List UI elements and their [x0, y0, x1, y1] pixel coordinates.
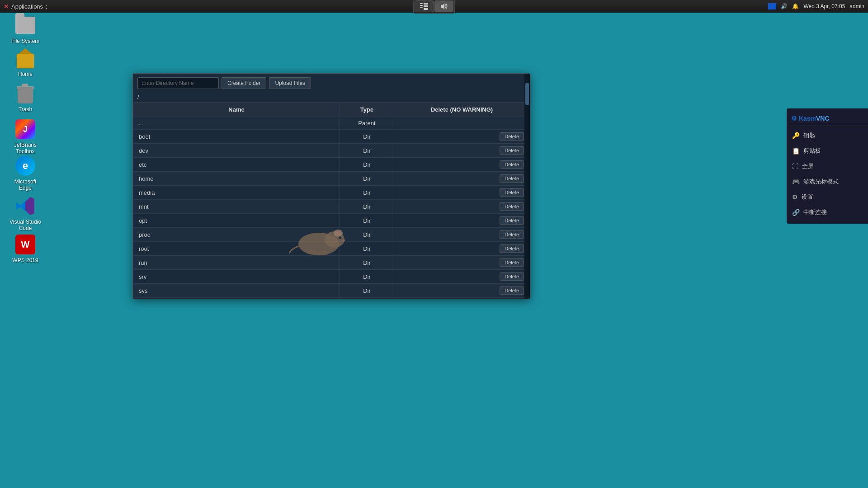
edge-icon-shape: e [15, 156, 35, 176]
file-delete-cell: Delete [394, 242, 530, 256]
svg-rect-3 [424, 3, 428, 5]
home-label: Home [18, 71, 33, 77]
delete-button[interactable]: Delete [500, 132, 524, 141]
file-name-cell: dev [133, 144, 340, 158]
delete-button[interactable]: Delete [500, 272, 524, 281]
desktop-icon-vscode[interactable]: Visual StudioCode [7, 195, 43, 232]
file-type-cell: Dir [340, 186, 394, 200]
delete-button[interactable]: Delete [500, 230, 524, 239]
table-header-row: Name Type Delete (NO WARNING) [133, 103, 530, 117]
file-name-cell: boot [133, 130, 340, 144]
kasm-clipboard-label: 剪贴板 [803, 147, 821, 155]
table-row: mntDirDelete [133, 200, 530, 214]
kasm-vnc: VNC [816, 115, 830, 122]
file-name-cell: srv [133, 270, 340, 284]
table-row: procDirDelete [133, 228, 530, 242]
create-folder-button[interactable]: Create Folder [222, 77, 266, 89]
desktop-icon-wps[interactable]: W WPS 2019 [7, 234, 43, 263]
table-row: mediaDirDelete [133, 186, 530, 200]
delete-button[interactable]: Delete [500, 286, 524, 295]
edge-icon: e [14, 155, 36, 177]
table-row: optDirDelete [133, 214, 530, 228]
keys-icon: 🔑 [792, 132, 800, 139]
window-toolbar: Create Folder Upload Files [133, 74, 530, 93]
file-delete-cell: Delete [394, 214, 530, 228]
kasm-item-keys[interactable]: 🔑 钥匙 [787, 128, 868, 143]
file-name-cell: etc [133, 158, 340, 172]
file-type-cell: Dir [340, 256, 394, 270]
svg-rect-0 [420, 3, 423, 4]
col-type: Type [340, 103, 394, 117]
desktop-icon-edge[interactable]: e MicrosoftEdge [7, 155, 43, 192]
delete-button[interactable]: Delete [500, 216, 524, 225]
trash-icon-shape [17, 84, 33, 103]
svg-rect-4 [424, 5, 428, 7]
file-type-cell: Dir [340, 158, 394, 172]
taskbar-center [413, 0, 455, 14]
table-row: bootDirDelete [133, 130, 530, 144]
svg-rect-5 [424, 8, 428, 10]
kasm-item-disconnect[interactable]: 🔗 中断连接 [787, 205, 868, 220]
file-delete-cell: Delete [394, 172, 530, 186]
file-type-cell: Dir [340, 298, 394, 300]
scrollbar-thumb [525, 83, 529, 105]
file-type-cell: Dir [340, 270, 394, 284]
delete-button[interactable]: Delete [500, 160, 524, 169]
taskbar-volume-icon[interactable] [434, 0, 453, 12]
kasm-item-clipboard[interactable]: 📋 剪贴板 [787, 143, 868, 159]
applications-menu[interactable]: ✕ Applications ; [0, 3, 51, 10]
window-scrollbar[interactable] [524, 74, 530, 299]
delete-button[interactable]: Delete [500, 258, 524, 267]
desktop-icon-filesystem[interactable]: File System [7, 14, 43, 44]
taskbar-user: admin [849, 3, 864, 9]
clipboard-icon: 📋 [792, 147, 800, 155]
wps-label: WPS 2019 [12, 257, 38, 263]
kasm-logo: ⚙ KasmVNC [791, 115, 830, 122]
home-icon [14, 47, 36, 69]
file-name-cell: media [133, 186, 340, 200]
file-type-cell: Dir [340, 214, 394, 228]
settings-icon: ⚙ [792, 193, 798, 201]
home-icon-shape [15, 48, 35, 68]
col-name: Name [133, 103, 340, 117]
file-type-cell: Dir [340, 144, 394, 158]
taskbar-indicator [768, 3, 776, 9]
svg-rect-2 [420, 7, 423, 8]
file-delete-cell: Delete [394, 270, 530, 284]
table-row: ..Parent [133, 117, 530, 130]
jetbrains-label: JetBrainsToolbox [14, 142, 37, 155]
kasm-item-gamepad[interactable]: 🎮 游戏光标模式 [787, 174, 868, 189]
svg-marker-6 [441, 3, 444, 9]
table-row: runDirDelete [133, 256, 530, 270]
current-path: / [137, 94, 139, 100]
filesystem-label: File System [11, 38, 40, 44]
kasm-item-settings[interactable]: ⚙ 设置 [787, 189, 868, 205]
file-delete-cell: Delete [394, 158, 530, 172]
trash-label: Trash [19, 106, 32, 113]
desktop-icon-trash[interactable]: Trash [7, 83, 43, 113]
delete-button[interactable]: Delete [500, 202, 524, 211]
taskbar-list-icon[interactable] [415, 0, 434, 12]
file-type-cell: Parent [340, 117, 394, 130]
filesystem-icon-shape [15, 17, 35, 34]
delete-button[interactable]: Delete [500, 244, 524, 253]
directory-name-input[interactable] [137, 77, 219, 89]
wps-icon-shape: W [15, 235, 35, 254]
taskbar-icon-group [413, 0, 455, 14]
file-type-cell: Dir [340, 228, 394, 242]
gamepad-icon: 🎮 [792, 178, 800, 185]
delete-button[interactable]: Delete [500, 188, 524, 197]
delete-button[interactable]: Delete [500, 146, 524, 155]
kasm-item-fullscreen[interactable]: ⛶ 全屏 [787, 159, 868, 174]
file-delete-cell: Delete [394, 228, 530, 242]
desktop-icon-jetbrains[interactable]: J JetBrainsToolbox [7, 118, 43, 155]
delete-button[interactable]: Delete [500, 174, 524, 183]
upload-files-button[interactable]: Upload Files [269, 77, 311, 89]
kasm-settings-label: 设置 [802, 193, 813, 201]
desktop-icon-home[interactable]: Home [7, 47, 43, 77]
home-inner [17, 54, 34, 68]
file-name-cell: mnt [133, 200, 340, 214]
filesystem-icon [14, 14, 36, 36]
table-row: homeDirDelete [133, 172, 530, 186]
file-type-cell: Dir [340, 172, 394, 186]
